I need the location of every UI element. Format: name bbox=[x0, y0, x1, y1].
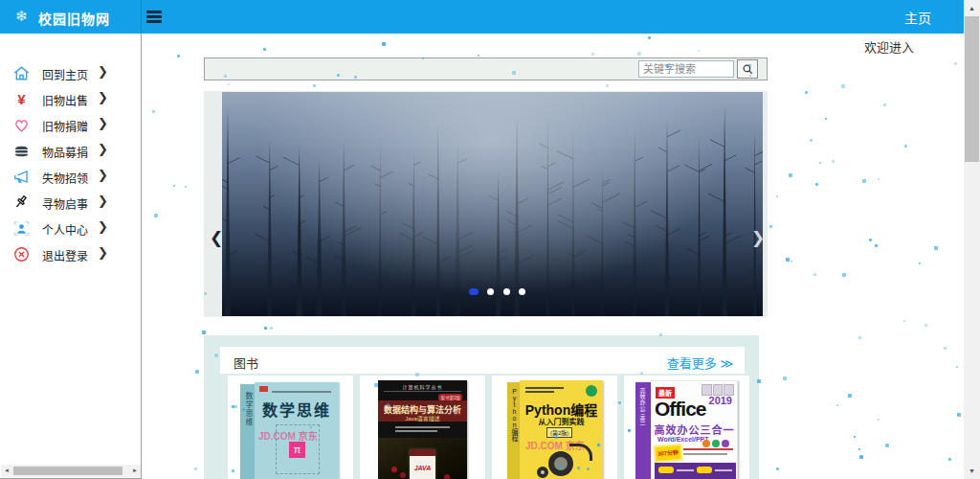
pi-badge: π bbox=[289, 442, 305, 458]
yen-icon: ¥ bbox=[12, 90, 31, 108]
edition-badge: (第2版) bbox=[546, 427, 572, 438]
snowflake-icon: ❄ bbox=[15, 8, 28, 25]
promo-line bbox=[683, 448, 733, 450]
search-input[interactable] bbox=[638, 60, 734, 78]
sidebar-item-logout[interactable]: 退出登录 ❯ bbox=[0, 241, 141, 267]
page: 欢迎进入 ❮ ❯ bbox=[0, 0, 980, 479]
scrollbar-thumb[interactable] bbox=[13, 467, 122, 475]
books-header: 图书 查看更多 ≫ bbox=[220, 347, 745, 374]
divider bbox=[384, 391, 461, 392]
book-title: Office bbox=[655, 398, 706, 421]
brand: ❄ 校园旧物网 bbox=[0, 0, 142, 34]
fog-overlay bbox=[222, 92, 763, 316]
sidebar-item-fundraise[interactable]: 物品募捐 ❯ bbox=[0, 138, 141, 164]
title-band: 数据结构与算法分析 Java语言描述 bbox=[378, 400, 467, 422]
book-spine-text: Python编程 bbox=[509, 388, 519, 442]
book-subtitle: Java语言描述 bbox=[378, 414, 467, 422]
book-card-office[interactable]: 高效办公三合一 最新 Office 2019 高效办公三合一 Word/Exce… bbox=[624, 376, 749, 479]
donation-icon bbox=[12, 142, 31, 160]
heart-icon bbox=[12, 116, 31, 134]
book-cover: 高效办公三合一 最新 Office 2019 高效办公三合一 Word/Exce… bbox=[635, 380, 738, 479]
top-bar: ❄ 校园旧物网 主页 bbox=[0, 0, 964, 34]
book-cover: 数学思维 数学思维 JD.COM 京东 π HOW TO BAKE PI bbox=[240, 382, 340, 479]
berries-art bbox=[391, 467, 397, 472]
scrollbar-thumb[interactable] bbox=[965, 16, 979, 162]
scroll-right-arrow[interactable]: ► bbox=[129, 465, 141, 477]
sidebar-item-donate[interactable]: 旧物捐赠 ❯ bbox=[0, 112, 141, 138]
horizontal-scrollbar[interactable]: ◄ ► bbox=[1, 465, 141, 477]
sidebar-item-sell[interactable]: ¥ 旧物出售 ❯ bbox=[0, 86, 141, 112]
book-subtitle: 从入门到实践 bbox=[520, 416, 603, 426]
home-icon bbox=[12, 64, 31, 82]
chevron-right-icon: ❯ bbox=[98, 90, 108, 104]
publisher-badge bbox=[586, 385, 597, 397]
author-line bbox=[525, 391, 554, 393]
section-title: 图书 bbox=[234, 354, 258, 372]
book-cover: 计算机科学丛书 原书第3版 数据结构与算法分析 Java语言描述 JAVA bbox=[378, 380, 467, 479]
chevron-right-icon: ❯ bbox=[98, 64, 108, 79]
scroll-left-arrow[interactable]: ◄ bbox=[1, 465, 12, 477]
welcome-text: 欢迎进入 bbox=[864, 37, 920, 56]
user-icon bbox=[12, 219, 31, 238]
carousel-dots bbox=[469, 288, 530, 296]
carousel-prev-button[interactable]: ❮ bbox=[210, 228, 223, 248]
year-text: 2019 bbox=[709, 395, 732, 406]
search-bar bbox=[204, 57, 768, 80]
tagline-line bbox=[272, 391, 331, 393]
hamburger-icon[interactable] bbox=[146, 11, 164, 24]
main-area: 欢迎进入 ❮ ❯ bbox=[142, 34, 964, 479]
scroll-up-arrow[interactable]: ▲ bbox=[964, 0, 980, 16]
carousel-dot[interactable] bbox=[469, 288, 479, 295]
book-card-python[interactable]: Python编程 Python编程 从入门到实践 (第2版) JD.COM 京东 bbox=[492, 376, 617, 479]
megaphone-icon bbox=[12, 168, 31, 186]
book-spine-text: 高效办公三合一 bbox=[638, 388, 647, 428]
sidebar-menu: 回到主页 ❯ ¥ 旧物出售 ❯ 旧物捐赠 ❯ 物品募捐 ❯ bbox=[0, 60, 141, 267]
chevron-right-icon: ❯ bbox=[98, 194, 108, 208]
carousel-dot[interactable] bbox=[519, 288, 525, 295]
search-icon bbox=[738, 63, 757, 76]
logout-icon bbox=[12, 245, 31, 263]
sidebar: 回到主页 ❯ ¥ 旧物出售 ❯ 旧物捐赠 ❯ 物品募捐 ❯ bbox=[0, 34, 142, 479]
machine-art bbox=[569, 444, 592, 461]
book-title: 数学思维 bbox=[255, 398, 339, 421]
pushpin-icon bbox=[12, 194, 31, 212]
cover-photo: JAVA bbox=[378, 438, 467, 479]
carousel-image-forest bbox=[222, 92, 763, 316]
promo-line bbox=[683, 453, 727, 455]
books-section: 图书 查看更多 ≫ 数学思维 数学思维 JD.COM 京东 π HOW TO B… bbox=[204, 335, 759, 479]
site-title: 校园旧物网 bbox=[38, 9, 110, 28]
minutes-badge: 307分钟 bbox=[656, 445, 681, 461]
sidebar-item-lost-found[interactable]: 失物招领 ❯ bbox=[0, 164, 141, 190]
chevron-right-icon: ❯ bbox=[98, 116, 108, 130]
chevron-right-icon: ❯ bbox=[98, 245, 108, 260]
chevron-right-icon: ❯ bbox=[98, 168, 108, 182]
book-card-java[interactable]: 计算机科学丛书 原书第3版 数据结构与算法分析 Java语言描述 JAVA bbox=[360, 376, 485, 479]
author-line bbox=[395, 426, 450, 428]
machine-art bbox=[537, 467, 548, 478]
series-text: 计算机科学丛书 bbox=[378, 383, 467, 390]
sidebar-item-home[interactable]: 回到主页 ❯ bbox=[0, 60, 141, 86]
book-cover: Python编程 Python编程 从入门到实践 (第2版) JD.COM 京东 bbox=[507, 380, 603, 479]
mini-cover: JAVA bbox=[410, 449, 435, 479]
sidebar-item-profile[interactable]: 个人中心 ❯ bbox=[0, 216, 141, 241]
chevron-right-icon: ❯ bbox=[98, 219, 108, 234]
carousel-dot[interactable] bbox=[487, 288, 494, 295]
carousel: ❮ ❯ bbox=[204, 91, 768, 317]
book-spine-text: 数学思维 bbox=[243, 392, 254, 426]
view-more-link[interactable]: 查看更多 ≫ bbox=[667, 354, 733, 372]
search-button[interactable] bbox=[737, 59, 758, 79]
book-card-math-thinking[interactable]: 数学思维 数学思维 JD.COM 京东 π HOW TO BAKE PI bbox=[228, 376, 353, 479]
carousel-dot[interactable] bbox=[503, 288, 510, 295]
author-line bbox=[395, 430, 437, 432]
chevron-right-icon: ❯ bbox=[98, 142, 108, 156]
carousel-next-button[interactable]: ❯ bbox=[751, 228, 765, 248]
watermark: JD.COM 京东 bbox=[258, 428, 318, 443]
publisher-mark bbox=[259, 386, 268, 392]
bottom-panel bbox=[655, 463, 736, 479]
vertical-scrollbar[interactable]: ▲ ▼ bbox=[964, 0, 980, 479]
scroll-down-arrow[interactable]: ▼ bbox=[964, 463, 980, 479]
home-link[interactable]: 主页 bbox=[904, 8, 931, 27]
author-line bbox=[525, 387, 564, 389]
sidebar-item-seek[interactable]: 寻物启事 ❯ bbox=[0, 190, 141, 216]
